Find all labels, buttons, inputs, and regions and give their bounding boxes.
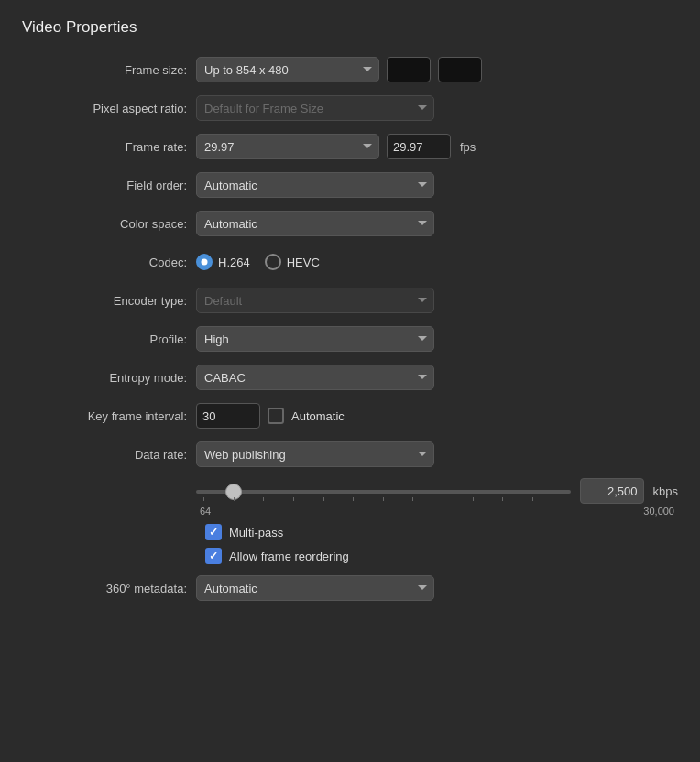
codec-hevc-radio[interactable] bbox=[265, 254, 281, 270]
frame-rate-select[interactable]: 29.97 23.976 25 30 60 bbox=[196, 134, 379, 159]
encoder-type-controls: Default bbox=[196, 288, 678, 313]
data-rate-select[interactable]: Web publishing Custom Automatic bbox=[196, 441, 434, 467]
frame-rate-controls: 29.97 23.976 25 30 60 fps bbox=[196, 134, 678, 159]
fps-value-input[interactable] bbox=[387, 134, 451, 159]
codec-h264-label: H.264 bbox=[218, 256, 250, 269]
multipass-checkbox[interactable] bbox=[205, 524, 222, 540]
metadata-label: 360° metadata: bbox=[22, 582, 196, 595]
codec-h264-option[interactable]: H.264 bbox=[196, 254, 250, 270]
data-rate-row: Data rate: Web publishing Custom Automat… bbox=[22, 440, 678, 469]
keyframe-label: Key frame interval: bbox=[22, 409, 196, 423]
codec-hevc-option[interactable]: HEVC bbox=[265, 254, 320, 270]
checkboxes-area: Multi-pass Allow frame reordering bbox=[205, 524, 678, 564]
kbps-value-input[interactable] bbox=[580, 478, 644, 504]
data-rate-label: Data rate: bbox=[22, 448, 196, 462]
kbps-unit-label: kbps bbox=[653, 484, 678, 498]
field-order-select[interactable]: Automatic Progressive Upper First Lower … bbox=[196, 172, 434, 198]
frame-rate-label: Frame rate: bbox=[22, 140, 196, 154]
tick bbox=[323, 497, 324, 501]
fps-unit-label: fps bbox=[460, 140, 476, 154]
field-order-controls: Automatic Progressive Upper First Lower … bbox=[196, 172, 678, 198]
keyframe-row: Key frame interval: Automatic bbox=[22, 401, 678, 430]
bitrate-slider[interactable] bbox=[196, 490, 571, 494]
keyframe-auto-option[interactable]: Automatic bbox=[268, 408, 345, 424]
tick bbox=[473, 497, 474, 501]
entropy-mode-select[interactable]: CABAC CAVLC bbox=[196, 365, 434, 390]
pixel-aspect-label: Pixel aspect ratio: bbox=[22, 102, 196, 115]
profile-label: Profile: bbox=[22, 332, 196, 346]
tick bbox=[203, 497, 204, 501]
metadata-row: 360° metadata: Automatic None Equirectan… bbox=[22, 573, 678, 603]
multipass-option[interactable]: Multi-pass bbox=[205, 524, 678, 540]
codec-row: Codec: H.264 HEVC bbox=[22, 247, 678, 277]
keyframe-auto-checkbox[interactable] bbox=[268, 408, 284, 424]
slider-min-label: 64 bbox=[200, 506, 211, 517]
tick bbox=[353, 497, 354, 501]
frame-size-controls: Up to 854 x 480 1920 x 1080 1280 x 720 C… bbox=[196, 57, 678, 82]
pixel-aspect-controls: Default for Frame Size bbox=[196, 95, 678, 121]
tick bbox=[383, 497, 384, 501]
metadata-controls: Automatic None Equirectangular bbox=[196, 575, 678, 601]
profile-select[interactable]: High Main Baseline bbox=[196, 326, 434, 352]
color-space-row: Color space: Automatic Rec. 709 Rec. 202… bbox=[22, 209, 678, 238]
tick bbox=[293, 497, 294, 501]
allow-reorder-option[interactable]: Allow frame reordering bbox=[205, 548, 678, 564]
pixel-aspect-row: Pixel aspect ratio: Default for Frame Si… bbox=[22, 93, 678, 123]
slider-with-input: kbps bbox=[196, 478, 678, 504]
allow-reorder-label: Allow frame reordering bbox=[229, 550, 349, 563]
color-picker-1[interactable] bbox=[387, 57, 431, 82]
frame-size-label: Frame size: bbox=[22, 63, 196, 77]
pixel-aspect-select[interactable]: Default for Frame Size bbox=[196, 95, 434, 121]
field-order-label: Field order: bbox=[22, 179, 196, 192]
color-space-controls: Automatic Rec. 709 Rec. 2020 bbox=[196, 211, 678, 236]
encoder-type-select[interactable]: Default bbox=[196, 288, 434, 313]
slider-section: kbps 64 30,000 bbox=[196, 478, 678, 517]
codec-hevc-label: HEVC bbox=[287, 256, 320, 269]
tick bbox=[412, 497, 413, 501]
codec-label: Codec: bbox=[22, 256, 196, 269]
metadata-select[interactable]: Automatic None Equirectangular bbox=[196, 575, 434, 601]
data-rate-controls: Web publishing Custom Automatic bbox=[196, 441, 678, 467]
allow-reorder-checkbox[interactable] bbox=[205, 548, 222, 564]
field-order-row: Field order: Automatic Progressive Upper… bbox=[22, 170, 678, 200]
color-space-label: Color space: bbox=[22, 217, 196, 231]
tick bbox=[563, 497, 563, 501]
video-properties-panel: Video Properties Frame size: Up to 854 x… bbox=[0, 0, 700, 634]
profile-row: Profile: High Main Baseline bbox=[22, 324, 678, 354]
panel-title: Video Properties bbox=[22, 18, 678, 37]
entropy-mode-controls: CABAC CAVLC bbox=[196, 365, 678, 390]
entropy-mode-row: Entropy mode: CABAC CAVLC bbox=[22, 363, 678, 392]
tick bbox=[234, 497, 235, 501]
encoder-type-row: Encoder type: Default bbox=[22, 286, 678, 315]
keyframe-auto-label: Automatic bbox=[291, 409, 345, 423]
frame-size-row: Frame size: Up to 854 x 480 1920 x 1080 … bbox=[22, 55, 678, 84]
tick bbox=[532, 497, 533, 501]
frame-size-select[interactable]: Up to 854 x 480 1920 x 1080 1280 x 720 C… bbox=[196, 57, 379, 82]
codec-controls: H.264 HEVC bbox=[196, 254, 678, 270]
tick bbox=[263, 497, 264, 501]
keyframe-controls: Automatic bbox=[196, 403, 678, 429]
entropy-mode-label: Entropy mode: bbox=[22, 371, 196, 385]
slider-max-label: 30,000 bbox=[643, 506, 674, 517]
profile-controls: High Main Baseline bbox=[196, 326, 678, 352]
codec-h264-radio[interactable] bbox=[196, 254, 213, 270]
slider-range-labels: 64 30,000 bbox=[196, 504, 678, 517]
tick bbox=[502, 497, 503, 501]
tick bbox=[443, 497, 443, 501]
color-space-select[interactable]: Automatic Rec. 709 Rec. 2020 bbox=[196, 211, 434, 236]
color-picker-2[interactable] bbox=[438, 57, 482, 82]
slider-wrapper bbox=[196, 481, 571, 501]
multipass-label: Multi-pass bbox=[229, 526, 283, 539]
frame-rate-row: Frame rate: 29.97 23.976 25 30 60 fps bbox=[22, 132, 678, 161]
keyframe-input[interactable] bbox=[196, 403, 260, 429]
encoder-type-label: Encoder type: bbox=[22, 294, 196, 308]
